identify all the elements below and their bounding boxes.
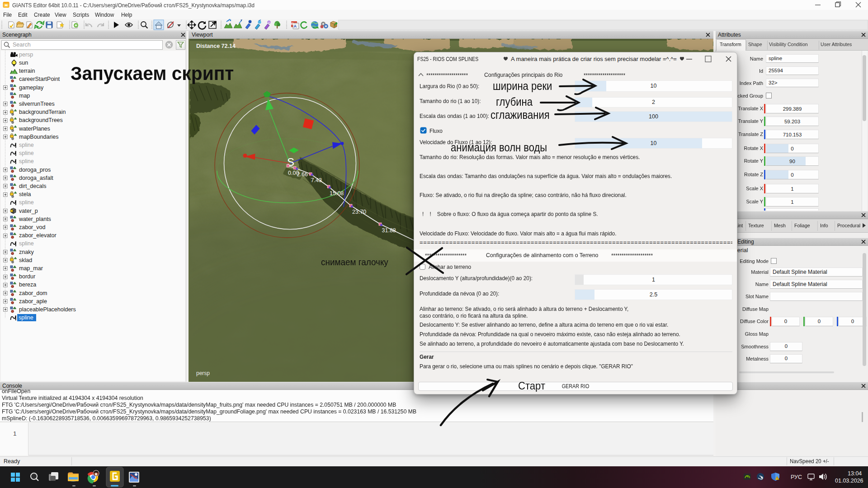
svg-text:23.70: 23.70 bbox=[352, 209, 366, 215]
svg-text:B: B bbox=[291, 22, 294, 26]
svg-text:Distance 72.14: Distance 72.14 bbox=[196, 43, 236, 49]
svg-text:15:08: 15:08 bbox=[330, 190, 344, 197]
svg-text:31.88: 31.88 bbox=[382, 227, 396, 234]
svg-text:persp: persp bbox=[196, 370, 210, 376]
svg-text:2.66: 2.66 bbox=[297, 171, 308, 178]
svg-text:7.43: 7.43 bbox=[311, 177, 322, 183]
svg-text:P: P bbox=[268, 21, 270, 24]
svg-text:A: A bbox=[294, 24, 297, 28]
svg-text:РУС: РУС bbox=[791, 474, 802, 480]
